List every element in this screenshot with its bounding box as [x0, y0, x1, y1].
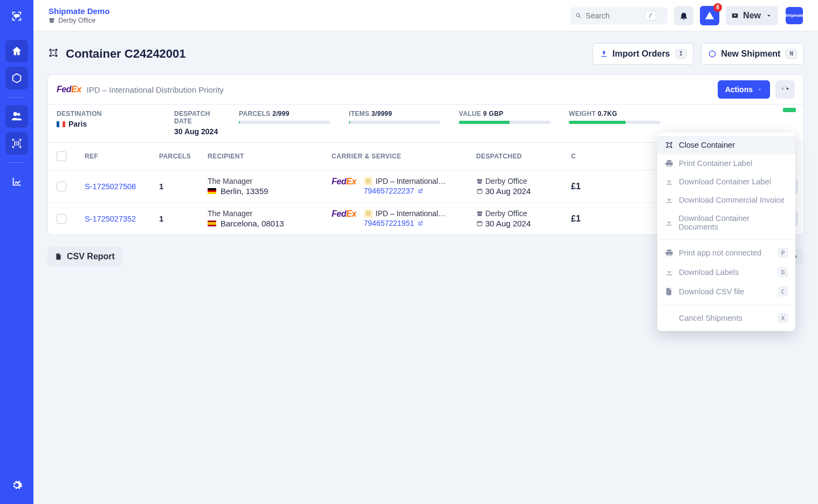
- page-title: Container C24242001: [66, 47, 186, 61]
- nav-divider: [9, 97, 25, 98]
- menu-cancel-shipments[interactable]: Cancel ShipmentsX: [657, 308, 795, 328]
- bell-icon: [679, 11, 689, 20]
- brand-title[interactable]: Shipmate Demo: [49, 6, 109, 16]
- recipient-name: The Manager: [208, 209, 332, 218]
- menu-close-container[interactable]: Close Container: [657, 136, 795, 154]
- nav-analytics[interactable]: [5, 170, 28, 193]
- flag-france-icon: [57, 121, 65, 127]
- csv-report-button[interactable]: CSV Report: [47, 247, 122, 266]
- new-shipment-button[interactable]: New Shipment N: [701, 43, 804, 65]
- items-progress: [349, 121, 441, 124]
- calendar-icon: [476, 188, 483, 195]
- refresh-icon: [780, 85, 790, 94]
- download-icon: [665, 196, 673, 204]
- alerts-button[interactable]: 8: [700, 6, 719, 25]
- row-parcels: 1: [159, 182, 208, 191]
- nav-shipments[interactable]: [5, 67, 28, 89]
- carrier-logo: FedEx: [332, 177, 356, 187]
- despatch-label: DESPATCH DATE: [174, 110, 210, 125]
- menu-download-invoice[interactable]: Download Commercial Invoice: [657, 191, 795, 209]
- search-box[interactable]: /: [570, 7, 668, 24]
- chevron-down-icon: [757, 87, 762, 92]
- print-icon: [665, 248, 673, 257]
- menu-print-label[interactable]: Print Container Label: [657, 154, 795, 172]
- refresh-button[interactable]: [775, 80, 795, 99]
- import-orders-button[interactable]: Import Orders I: [593, 43, 693, 65]
- page-content: Container C24242001 Import Orders I New …: [33, 31, 818, 504]
- new-menu-button[interactable]: New: [726, 6, 778, 25]
- parcels-label: PARCELS: [239, 110, 271, 118]
- col-parcels: PARCELS: [159, 153, 208, 160]
- col-ref: REF: [85, 153, 159, 160]
- items-label: ITEMS: [349, 110, 369, 118]
- menu-print-app[interactable]: Print app not connectedP: [657, 243, 795, 263]
- row-checkbox[interactable]: [57, 182, 66, 191]
- carrier-logo: FedEx: [332, 209, 356, 219]
- nav-divider-2: [9, 162, 25, 163]
- col-despatched: DESPATCHED: [476, 153, 571, 160]
- calendar-icon: [476, 220, 483, 227]
- notifications-button[interactable]: [674, 6, 693, 25]
- nav-settings[interactable]: [5, 474, 28, 496]
- weight-progress: [569, 121, 661, 124]
- alerts-badge: 8: [713, 3, 722, 12]
- nav-contacts[interactable]: [5, 105, 28, 128]
- brand-logo: [7, 6, 26, 26]
- carrier-logo: FedEx: [57, 85, 81, 94]
- tracking-link[interactable]: 794657222237: [364, 187, 423, 195]
- value-value: 9 GBP: [483, 110, 504, 118]
- search-icon: [575, 12, 582, 19]
- avatar[interactable]: Shipmate: [786, 7, 803, 24]
- select-all-checkbox[interactable]: [57, 151, 66, 161]
- box-icon: [708, 50, 717, 58]
- menu-download-labels[interactable]: Download LabelsD: [657, 263, 795, 282]
- weight-value: 0.7KG: [597, 110, 617, 118]
- service-badge-icon: [364, 177, 373, 185]
- download-icon: [665, 268, 673, 277]
- menu-download-label[interactable]: Download Container Label: [657, 172, 795, 191]
- value-progress: [459, 121, 551, 124]
- page-header: Container C24242001 Import Orders I New …: [47, 43, 804, 65]
- file-icon: [665, 287, 673, 296]
- nav-scan[interactable]: [5, 132, 28, 155]
- col-carrier: CARRIER & SERVICE: [332, 153, 476, 160]
- search-shortcut: /: [645, 11, 656, 20]
- external-link-icon: [417, 220, 423, 226]
- plus-icon: [731, 12, 739, 19]
- shipment-ref-link[interactable]: S-1725027508: [85, 182, 136, 191]
- items-value: 3/9999: [372, 110, 393, 118]
- stat-overflow: [783, 108, 796, 112]
- upload-icon: [600, 50, 608, 58]
- flag-icon: [208, 188, 216, 194]
- actions-menu: Close Container Print Container Label Do…: [657, 133, 795, 331]
- search-input[interactable]: [586, 11, 645, 20]
- parcels-progress: [239, 121, 331, 124]
- shipment-ref-link[interactable]: S-1725027352: [85, 215, 136, 223]
- container-icon: [665, 141, 673, 149]
- recipient-name: The Manager: [208, 177, 332, 185]
- destination-label: DESTINATION: [57, 110, 102, 118]
- warning-icon: [705, 11, 714, 20]
- actions-dropdown-button[interactable]: Actions: [718, 80, 770, 99]
- menu-separator-2: [657, 305, 795, 305]
- destination-value: Paris: [68, 120, 87, 128]
- service-name: IPD – International Distribution Priorit…: [87, 85, 224, 94]
- parcels-value: 2/999: [272, 110, 290, 118]
- menu-download-csv[interactable]: Download CSV fileC: [657, 282, 795, 301]
- container-icon: [47, 47, 59, 61]
- store-icon: [476, 178, 483, 185]
- chevron-down-icon: [765, 12, 773, 19]
- print-icon: [665, 159, 673, 168]
- nav-home[interactable]: [5, 40, 28, 63]
- recipient-location: Berlin, 13359: [221, 187, 268, 196]
- menu-download-docs[interactable]: Download Container Documents: [657, 209, 795, 236]
- despatch-value: 30 Aug 2024: [174, 127, 218, 136]
- recipient-location: Barcelona, 08013: [221, 219, 284, 228]
- external-link-icon: [417, 188, 423, 194]
- tracking-link[interactable]: 794657221951: [364, 219, 423, 227]
- value-label: VALUE: [459, 110, 481, 118]
- row-checkbox[interactable]: [57, 214, 66, 224]
- row-cost: £1: [571, 182, 620, 191]
- flag-icon: [208, 220, 216, 226]
- row-service: IPD – International…: [364, 177, 446, 185]
